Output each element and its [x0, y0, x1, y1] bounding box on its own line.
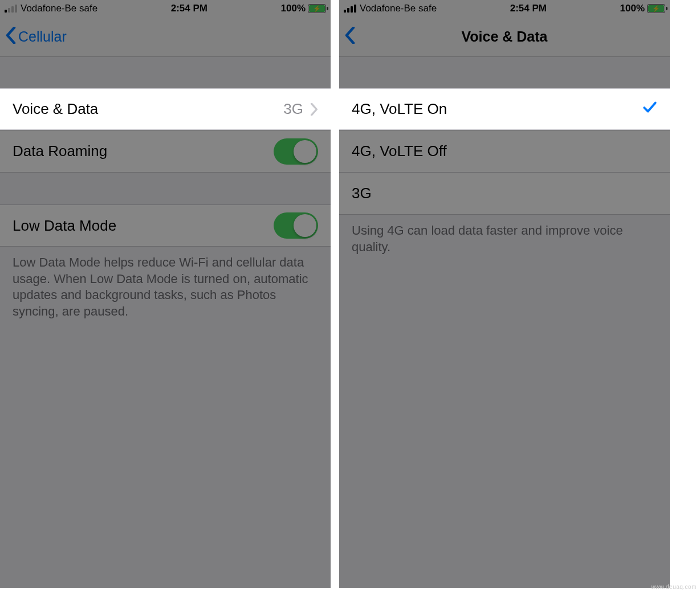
checkmark-icon	[642, 100, 657, 118]
charging-bolt-icon: ⚡	[313, 6, 321, 12]
phone-left: Vodafone-Be safe 2:54 PM 100% ⚡ Cellular…	[0, 0, 331, 588]
chevron-right-icon	[310, 103, 318, 116]
option-3g-label: 3G	[352, 185, 657, 202]
watermark: www.deuaq.com	[651, 584, 697, 590]
back-button[interactable]: Cellular	[6, 27, 67, 47]
battery-percent: 100%	[620, 3, 645, 14]
carrier-name: Vodafone-Be safe	[360, 3, 437, 14]
voice-and-data-value: 3G	[283, 100, 303, 118]
group-spacer	[0, 173, 331, 204]
battery-percent: 100%	[281, 3, 306, 14]
signal-icon	[5, 5, 17, 13]
voice-and-data-cell[interactable]: Voice & Data 3G	[0, 88, 331, 130]
data-roaming-toggle[interactable]	[274, 138, 318, 165]
option-volte-off-label: 4G, VoLTE Off	[352, 142, 657, 160]
status-left: Vodafone-Be safe	[5, 3, 97, 14]
back-label: Cellular	[18, 28, 67, 45]
low-data-mode-label: Low Data Mode	[13, 217, 274, 235]
nav-bar: Voice & Data	[339, 17, 670, 57]
low-data-mode-cell[interactable]: Low Data Mode	[0, 204, 331, 247]
battery-icon: ⚡	[647, 4, 665, 13]
low-data-mode-footer: Low Data Mode helps reduce Wi-Fi and cel…	[0, 247, 331, 320]
voice-and-data-label: Voice & Data	[13, 100, 283, 118]
nav-title: Voice & Data	[339, 28, 670, 45]
option-3g[interactable]: 3G	[339, 173, 670, 215]
low-data-mode-toggle[interactable]	[274, 212, 318, 239]
status-left: Vodafone-Be safe	[344, 3, 437, 14]
option-volte-off[interactable]: 4G, VoLTE Off	[339, 130, 670, 173]
data-roaming-label: Data Roaming	[13, 142, 274, 160]
phone-gap	[331, 0, 339, 588]
signal-icon	[344, 5, 356, 13]
chevron-left-icon	[6, 27, 16, 47]
option-volte-on-label: 4G, VoLTE On	[352, 100, 642, 118]
nav-bar: Cellular	[0, 17, 331, 57]
data-roaming-cell[interactable]: Data Roaming	[0, 130, 331, 173]
phone-right: Vodafone-Be safe 2:54 PM 100% ⚡ Voice & …	[339, 0, 670, 588]
status-time: 2:54 PM	[97, 3, 280, 14]
bottom-fill	[0, 588, 700, 614]
status-time: 2:54 PM	[437, 3, 620, 14]
status-bar: Vodafone-Be safe 2:54 PM 100% ⚡	[0, 0, 331, 17]
group-spacer	[0, 57, 331, 88]
charging-bolt-icon: ⚡	[652, 6, 660, 12]
status-bar: Vodafone-Be safe 2:54 PM 100% ⚡	[339, 0, 670, 17]
group-spacer	[339, 57, 670, 88]
status-right: 100% ⚡	[620, 3, 665, 14]
carrier-name: Vodafone-Be safe	[21, 3, 97, 14]
status-right: 100% ⚡	[281, 3, 326, 14]
option-volte-on[interactable]: 4G, VoLTE On	[339, 88, 670, 130]
battery-icon: ⚡	[308, 4, 326, 13]
fill	[339, 255, 670, 588]
fill	[0, 320, 331, 588]
voice-data-footer: Using 4G can load data faster and improv…	[339, 215, 670, 255]
